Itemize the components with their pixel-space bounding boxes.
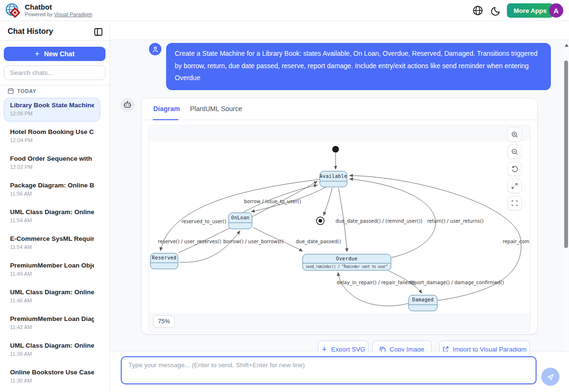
svg-text:Reserved: Reserved [152, 255, 176, 260]
transition-label: repair_com [503, 239, 529, 245]
dark-mode-moon-icon[interactable] [490, 5, 502, 17]
state-available: Available [320, 171, 348, 187]
robot-icon [123, 101, 132, 109]
chat-title-bar [110, 21, 569, 40]
state-overdue: Overdue send_reminder() / "Reminder sent… [303, 254, 391, 270]
transition-label: due_date_passed() [296, 239, 341, 245]
send-button[interactable] [541, 368, 559, 386]
chat-history-item[interactable]: E-Commerce SysML Require... 11:54 AM [4, 231, 100, 255]
collapse-sidebar-icon[interactable] [94, 27, 103, 37]
chat-history-item[interactable]: Hotel Room Booking Use Case 12:04 PM [4, 124, 100, 148]
transition-label: reserved_to_user() [181, 219, 226, 225]
transition-label: borrow() / user_borrows() [223, 239, 284, 245]
date-section-header: TODAY [8, 88, 36, 94]
chat-history-item[interactable]: UML Class Diagram: Online L... 11:39 AM [4, 338, 100, 362]
user-message-bubble: Create a State Machine for a Library Boo… [166, 43, 551, 90]
powered-by: Powered by Visual Paradigm [25, 11, 92, 17]
tab-plantuml-source[interactable]: PlantUML Source [190, 105, 242, 113]
transition-label: delay_in_repair() / repair_failed() [337, 280, 414, 286]
fit-to-screen-button[interactable] [507, 179, 522, 193]
bot-avatar [120, 98, 135, 112]
svg-text:Available: Available [320, 174, 348, 179]
transition-label: due_date_passed() / (remind_user()) [336, 218, 422, 224]
state-damaged: Damaged [409, 295, 437, 311]
app-logo-icon [5, 2, 21, 19]
tab-diagram[interactable]: Diagram [153, 105, 180, 113]
message-input-bar [110, 351, 569, 392]
visual-paradigm-link[interactable]: Visual Paradigm [54, 11, 92, 17]
final-state [316, 217, 324, 225]
chat-history-item-selected[interactable]: Library Book State Machine 12:06 PM [4, 98, 100, 122]
diagram-tabs: Diagram PlantUML Source [142, 98, 537, 120]
diagram-canvas [149, 141, 530, 313]
chat-history-item[interactable]: Package Diagram: Online Bo... 11:56 AM [4, 178, 100, 202]
message-input[interactable] [121, 356, 537, 384]
fullscreen-button[interactable] [507, 196, 522, 210]
reset-rotate-icon [511, 165, 518, 173]
language-globe-icon[interactable] [472, 5, 484, 16]
reset-view-button[interactable] [507, 162, 522, 176]
chat-history-item[interactable]: PremiumMember Loan Diagr... 11:42 AM [4, 311, 100, 335]
app-header: Chatbot Powered by Visual Paradigm More … [0, 0, 569, 21]
state-onloan: OnLoan [229, 213, 252, 229]
expand-arrows-icon [511, 183, 518, 189]
svg-text:OnLoan: OnLoan [231, 215, 250, 220]
user-avatar-badge[interactable]: A [549, 3, 563, 18]
send-plane-icon [547, 373, 555, 381]
zoom-in-icon [511, 131, 518, 138]
transition-label: report_damage() / damage_confirmed() [410, 280, 504, 286]
chat-history-item[interactable]: Online Bookstore Use Case D... 11:30 AM [4, 365, 100, 389]
user-message-avatar [149, 43, 161, 55]
diagram-viewport[interactable]: Available OnLoan Reserved Overdue send_r… [148, 125, 530, 332]
chat-history-sidebar: Chat History +New Chat TODAY Library Boo… [0, 21, 110, 392]
new-chat-button[interactable]: +New Chat [4, 47, 105, 61]
svg-text:send_reminder() / "Reminder se: send_reminder() / "Reminder sent to user… [306, 265, 388, 269]
person-icon [152, 46, 159, 53]
divider [0, 40, 109, 41]
svg-text:Damaged: Damaged [412, 297, 434, 302]
chat-history-item[interactable]: UML Class Diagram: Online L... 11:46 AM [4, 285, 100, 309]
sidebar-title: Chat History [8, 27, 53, 36]
state-machine-diagram: Available OnLoan Reserved Overdue send_r… [149, 125, 530, 332]
transition-label: return() / user_returns() [427, 218, 484, 224]
chat-history-item[interactable]: Food Order Sequence with Ti... 12:02 PM [4, 151, 100, 175]
chat-history-item[interactable]: UML Class Diagram: Online L... 11:54 AM [4, 205, 100, 228]
transition-label: reserve() / user_reserves() [158, 239, 221, 245]
plus-icon: + [35, 50, 39, 58]
zoom-in-button[interactable] [507, 127, 522, 142]
main-scrollbar-thumb[interactable] [564, 61, 568, 248]
transition-label: borrow / issue_to_user() [244, 199, 301, 205]
more-apps-button[interactable]: More Apps [507, 3, 553, 18]
active-tab-underline [153, 119, 179, 121]
zoom-level-badge: 75% [153, 315, 175, 328]
app-title: Chatbot [25, 3, 52, 11]
svg-text:Overdue: Overdue [336, 256, 358, 261]
fullscreen-corners-icon [511, 200, 518, 206]
zoom-out-icon [511, 148, 518, 155]
zoom-out-button[interactable] [507, 144, 522, 159]
chat-history-item[interactable]: PremiumMember Loan Obje... 11:49 AM [4, 258, 100, 282]
initial-state [332, 146, 339, 153]
divider [0, 85, 109, 85]
state-reserved: Reserved [150, 253, 178, 269]
calendar-icon [8, 88, 14, 94]
search-chats-input[interactable] [4, 65, 105, 80]
main-scroll-up-arrow[interactable] [565, 44, 569, 47]
